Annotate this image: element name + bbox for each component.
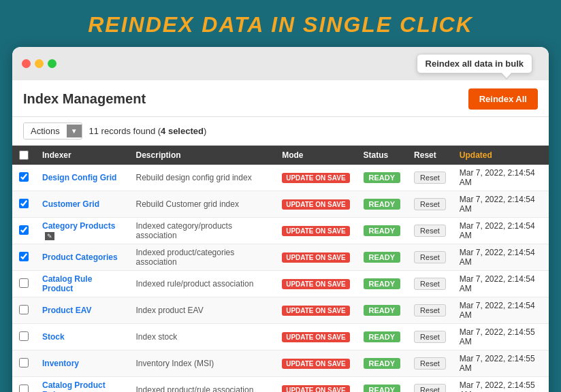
row-checkbox[interactable] [19, 278, 29, 288]
reset-button[interactable]: Reset [414, 331, 446, 343]
table-row: Design Config GridRebuild design config … [12, 165, 549, 191]
th-checkbox [12, 146, 35, 165]
row-checkbox-cell [12, 218, 35, 244]
index-table: Indexer Description Mode Status Reset Up… [12, 146, 549, 392]
actions-label: Actions [24, 123, 67, 139]
reset-button[interactable]: Reset [414, 172, 446, 184]
status-badge: READY [364, 305, 401, 316]
row-checkbox[interactable] [19, 331, 29, 341]
reset-button[interactable]: Reset [414, 304, 446, 316]
row-checkbox[interactable] [19, 252, 29, 261]
th-reset: Reset [407, 146, 453, 165]
row-reset-cell: Reset [407, 350, 453, 377]
row-checkbox[interactable] [19, 385, 29, 393]
row-mode: UPDATE ON SAVE [275, 218, 356, 244]
row-mode: UPDATE ON SAVE [275, 165, 356, 191]
reset-button[interactable]: Reset [414, 384, 446, 392]
selected-count: 4 selected [161, 126, 204, 136]
row-mode: UPDATE ON SAVE [275, 350, 356, 377]
table-row: Product EAVIndex product EAVUPDATE ON SA… [12, 297, 549, 324]
reset-button[interactable]: Reset [414, 225, 446, 237]
status-badge: READY [364, 199, 401, 210]
actions-dropdown-arrow[interactable]: ▼ [67, 125, 82, 137]
page-content: Index Management Reindex All Actions ▼ 1… [12, 80, 549, 392]
actions-select[interactable]: Actions ▼ [23, 122, 82, 140]
row-indexer-name: Catalog Product Rule [35, 377, 129, 393]
row-mode: UPDATE ON SAVE [275, 297, 356, 324]
edit-icon[interactable]: ✎ [45, 232, 54, 240]
status-badge: READY [364, 172, 401, 183]
row-reset-cell: Reset [407, 271, 453, 297]
reset-button[interactable]: Reset [414, 357, 446, 370]
reset-button[interactable]: Reset [414, 198, 446, 210]
status-badge: READY [364, 225, 401, 236]
row-status: READY [357, 165, 408, 191]
row-checkbox[interactable] [19, 305, 29, 314]
row-reset-cell: Reset [407, 191, 453, 218]
row-mode: UPDATE ON SAVE [275, 271, 356, 297]
row-updated: Mar 7, 2022, 2:14:55 AM [453, 377, 549, 393]
table-row: InventoryInventory Index (MSI)UPDATE ON … [12, 350, 549, 377]
th-description: Description [129, 146, 276, 165]
row-updated: Mar 7, 2022, 2:14:54 AM [453, 218, 549, 244]
row-reset-cell: Reset [407, 218, 453, 244]
table-controls: Actions ▼ 11 records found (4 selected) [12, 117, 549, 146]
row-mode: UPDATE ON SAVE [275, 191, 356, 218]
row-description: Index product EAV [129, 297, 276, 324]
row-indexer-name: Stock [35, 324, 129, 350]
page-title: Index Management [23, 91, 146, 107]
th-updated: Updated [453, 146, 549, 165]
status-badge: READY [364, 385, 401, 392]
row-checkbox-cell [12, 165, 35, 191]
row-checkbox[interactable] [19, 199, 29, 208]
row-status: READY [357, 297, 408, 324]
table-row: StockIndex stockUPDATE ON SAVEREADYReset… [12, 324, 549, 350]
table-row: Customer GridRebuild Customer grid index… [12, 191, 549, 218]
status-badge: READY [364, 331, 401, 342]
dot-red [22, 59, 31, 68]
row-checkbox-cell [12, 324, 35, 350]
row-mode: UPDATE ON SAVE [275, 244, 356, 271]
table-row: Product CategoriesIndexed product/catego… [12, 244, 549, 271]
row-indexer-name: Customer Grid [35, 191, 129, 218]
th-indexer: Indexer [35, 146, 129, 165]
row-description: Rebuild design config grid index [129, 165, 276, 191]
status-badge: READY [364, 358, 401, 369]
table-row: Category Products✎Indexed category/produ… [12, 218, 549, 244]
row-updated: Mar 7, 2022, 2:14:54 AM [453, 271, 549, 297]
row-updated: Mar 7, 2022, 2:14:54 AM [453, 244, 549, 271]
reindex-all-button[interactable]: Reindex All [468, 88, 538, 110]
row-description: Indexed rule/product association [129, 271, 276, 297]
row-description: Indexed product/rule association [129, 377, 276, 393]
browser-toolbar: Reindex all data in bulk [12, 47, 549, 80]
row-description: Indexed product/categories association [129, 244, 276, 271]
row-checkbox[interactable] [19, 358, 29, 368]
row-updated: Mar 7, 2022, 2:14:55 AM [453, 350, 549, 377]
row-checkbox-cell [12, 297, 35, 324]
status-badge: READY [364, 252, 401, 263]
row-checkbox-cell [12, 244, 35, 271]
row-checkbox[interactable] [19, 225, 29, 235]
row-status: READY [357, 324, 408, 350]
select-all-checkbox[interactable] [19, 150, 29, 160]
row-status: READY [357, 218, 408, 244]
browser-window: Reindex all data in bulk Index Managemen… [12, 47, 549, 392]
row-mode: UPDATE ON SAVE [275, 377, 356, 393]
row-indexer-name: Product EAV [35, 297, 129, 324]
row-indexer-name: Category Products✎ [35, 218, 129, 244]
row-description: Index stock [129, 324, 276, 350]
browser-dots [22, 59, 57, 68]
reset-button[interactable]: Reset [414, 278, 446, 290]
row-checkbox-cell [12, 377, 35, 393]
table-row: Catalog Rule ProductIndexed rule/product… [12, 271, 549, 297]
row-status: READY [357, 244, 408, 271]
row-checkbox[interactable] [19, 172, 29, 182]
row-reset-cell: Reset [407, 377, 453, 393]
row-description: Rebuild Customer grid index [129, 191, 276, 218]
row-description: Indexed category/products association [129, 218, 276, 244]
row-indexer-name: Catalog Rule Product [35, 271, 129, 297]
row-status: READY [357, 377, 408, 393]
row-reset-cell: Reset [407, 324, 453, 350]
reset-button[interactable]: Reset [414, 251, 446, 263]
row-updated: Mar 7, 2022, 2:14:54 AM [453, 191, 549, 218]
